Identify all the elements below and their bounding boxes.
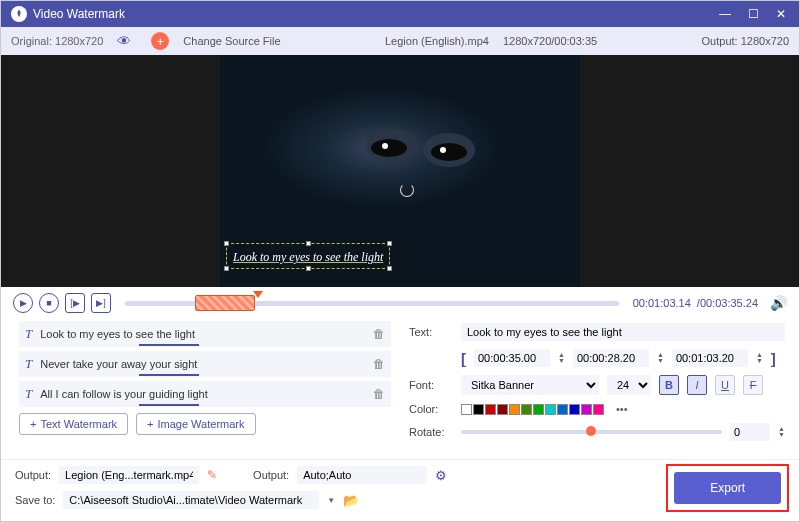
color-label: Color:: [409, 403, 453, 415]
loading-spinner-icon: [400, 183, 414, 197]
export-button[interactable]: Export: [674, 472, 781, 504]
add-source-icon[interactable]: +: [151, 32, 169, 50]
add-text-watermark-button[interactable]: +Text Watermark: [19, 413, 128, 435]
rotate-input[interactable]: [730, 423, 770, 441]
bottom-bar: Output: ✎ Output: ⚙ Save to: ▼ 📂 Export: [1, 459, 799, 515]
text-label: Text:: [409, 326, 453, 338]
output-settings-icon[interactable]: ⚙: [435, 468, 447, 483]
add-image-watermark-button[interactable]: +Image Watermark: [136, 413, 255, 435]
time-total: /00:03:35.24: [697, 297, 758, 309]
timeline-track[interactable]: [125, 301, 619, 306]
export-highlight: Export: [666, 464, 789, 512]
time-stepper[interactable]: ▲▼: [558, 352, 565, 364]
save-path-input[interactable]: [63, 491, 319, 509]
italic-button[interactable]: I: [687, 375, 707, 395]
output-format-label: Output:: [253, 469, 289, 481]
watermark-editor-panel: Text: [ ▲▼ ▲▼ ▲▼ ] Font: Sitka Banner 24…: [401, 319, 799, 459]
app-logo-icon: [11, 6, 27, 22]
watermark-item-text: All I can follow is your guiding light: [40, 388, 373, 400]
rotate-slider[interactable]: [461, 430, 722, 434]
color-swatch[interactable]: [461, 404, 472, 415]
source-dims-duration: 1280x720/00:03:35: [503, 35, 597, 47]
resize-handle[interactable]: [387, 241, 392, 246]
output-format-input[interactable]: [297, 466, 427, 484]
change-source-button[interactable]: Change Source File: [183, 35, 280, 47]
bracket-in-icon[interactable]: [: [461, 350, 466, 367]
time-start-input[interactable]: [474, 349, 550, 367]
maximize-button[interactable]: ☐: [739, 1, 767, 27]
color-swatch[interactable]: [497, 404, 508, 415]
output-dimensions: Output: 1280x720: [702, 35, 789, 47]
color-swatch[interactable]: [509, 404, 520, 415]
preview-visibility-icon[interactable]: 👁: [117, 33, 131, 49]
original-dimensions: Original: 1280x720: [11, 35, 103, 47]
watermark-overlay-text: Look to my eyes to see the light: [233, 250, 383, 264]
open-folder-icon[interactable]: 📂: [343, 493, 359, 508]
video-preview: Look to my eyes to see the light: [1, 55, 799, 287]
watermark-item[interactable]: T Look to my eyes to see the light 🗑: [19, 321, 391, 347]
resize-handle[interactable]: [387, 266, 392, 271]
color-swatch[interactable]: [593, 404, 604, 415]
watermark-item[interactable]: T Never take your away your sight 🗑: [19, 351, 391, 377]
bold-button[interactable]: B: [659, 375, 679, 395]
rotate-label: Rotate:: [409, 426, 453, 438]
more-colors-icon[interactable]: •••: [616, 403, 628, 415]
resize-handle[interactable]: [306, 241, 311, 246]
font-select[interactable]: Sitka Banner: [461, 375, 599, 395]
output-file-label: Output:: [15, 469, 51, 481]
watermark-text-input[interactable]: [461, 323, 785, 341]
watermark-item-text: Look to my eyes to see the light: [40, 328, 373, 340]
text-type-icon: T: [25, 326, 32, 342]
stop-button[interactable]: ■: [39, 293, 59, 313]
save-path-dropdown-icon[interactable]: ▼: [327, 496, 335, 505]
underline-button[interactable]: U: [715, 375, 735, 395]
color-swatches: [461, 404, 604, 415]
app-title: Video Watermark: [33, 7, 711, 21]
time-stepper[interactable]: ▲▼: [756, 352, 763, 364]
color-swatch[interactable]: [473, 404, 484, 415]
time-current: 00:01:03.14: [633, 297, 691, 309]
mark-out-button[interactable]: ▶]: [91, 293, 111, 313]
resize-handle[interactable]: [224, 241, 229, 246]
color-swatch[interactable]: [545, 404, 556, 415]
time-end-input[interactable]: [672, 349, 748, 367]
play-button[interactable]: ▶: [13, 293, 33, 313]
titlebar: Video Watermark — ☐ ✕: [1, 1, 799, 27]
source-filename: Legion (English).mp4: [385, 35, 489, 47]
time-duration-input[interactable]: [573, 349, 649, 367]
delete-watermark-icon[interactable]: 🗑: [373, 327, 385, 341]
bracket-out-icon[interactable]: ]: [771, 350, 776, 367]
watermark-item-text: Never take your away your sight: [40, 358, 373, 370]
close-button[interactable]: ✕: [767, 1, 795, 27]
edit-output-icon[interactable]: ✎: [207, 468, 217, 482]
color-swatch[interactable]: [557, 404, 568, 415]
delete-watermark-icon[interactable]: 🗑: [373, 387, 385, 401]
color-swatch[interactable]: [485, 404, 496, 415]
info-bar: Original: 1280x720 👁 + Change Source Fil…: [1, 27, 799, 55]
timeline-selection[interactable]: [195, 295, 255, 311]
font-label: Font:: [409, 379, 453, 391]
strikethrough-button[interactable]: F: [743, 375, 763, 395]
watermark-item[interactable]: T All I can follow is your guiding light…: [19, 381, 391, 407]
rotate-stepper[interactable]: ▲▼: [778, 426, 785, 438]
text-type-icon: T: [25, 356, 32, 372]
playback-controls: ▶ ■ [▶ ▶] 00:01:03.14/00:03:35.24 🔊: [1, 287, 799, 319]
font-size-select[interactable]: 24: [607, 375, 651, 395]
save-to-label: Save to:: [15, 494, 55, 506]
mark-in-button[interactable]: [▶: [65, 293, 85, 313]
resize-handle[interactable]: [306, 266, 311, 271]
minimize-button[interactable]: —: [711, 1, 739, 27]
volume-icon[interactable]: 🔊: [770, 295, 787, 311]
output-filename-input[interactable]: [59, 466, 199, 484]
text-type-icon: T: [25, 386, 32, 402]
color-swatch[interactable]: [533, 404, 544, 415]
color-swatch[interactable]: [521, 404, 532, 415]
timeline-playhead-icon[interactable]: [253, 291, 263, 298]
delete-watermark-icon[interactable]: 🗑: [373, 357, 385, 371]
color-swatch[interactable]: [569, 404, 580, 415]
resize-handle[interactable]: [224, 266, 229, 271]
watermark-list-panel: T Look to my eyes to see the light 🗑 T N…: [1, 319, 401, 459]
color-swatch[interactable]: [581, 404, 592, 415]
time-stepper[interactable]: ▲▼: [657, 352, 664, 364]
watermark-overlay[interactable]: Look to my eyes to see the light: [226, 243, 390, 269]
